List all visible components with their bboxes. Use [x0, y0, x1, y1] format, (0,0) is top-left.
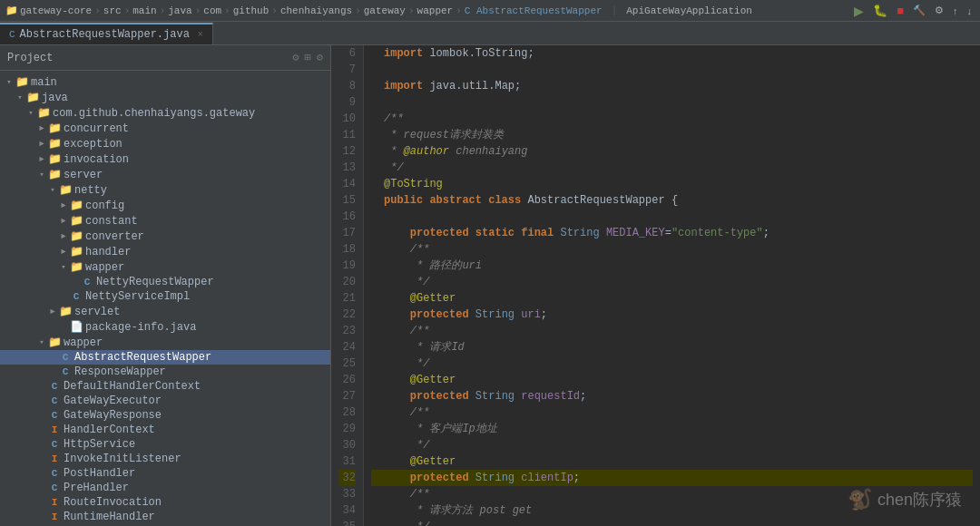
class-icon-post: C [47, 468, 62, 479]
arrow-invocation: ► [36, 155, 47, 164]
file-tab-abstract[interactable]: C AbstractRequestWapper.java × [0, 23, 213, 44]
label-java: java [42, 92, 68, 104]
tree-item-default-handler[interactable]: C DefaultHandlerContext [0, 379, 330, 394]
project-panel: Project ⚙ ⊞ ⚙ ▾ 📁 main ▾ 📁 java [0, 45, 331, 526]
bc-com: com [203, 5, 221, 16]
vcs-button[interactable]: ↑ [950, 5, 961, 17]
bc-src: src [103, 5, 122, 16]
run-controls[interactable]: ▶ 🐛 ■ 🔨 ⚙ ↑ ↓ [851, 3, 975, 19]
project-header-icons[interactable]: ⚙ ⊞ ⚙ [292, 51, 323, 64]
tab-class-icon: C [9, 29, 15, 40]
code-line-7 [371, 62, 973, 78]
stop-button[interactable]: ■ [894, 3, 906, 18]
tree-item-gateway-response[interactable]: C GateWayResponse [0, 408, 330, 423]
tree-item-http-service[interactable]: C HttpService [0, 437, 330, 452]
code-line-19: * 路径的uri [371, 258, 973, 274]
folder-icon-converter: 📁 [69, 229, 83, 243]
code-panel: 6789 10111213 14151617 18192021 22232425… [331, 45, 980, 526]
folder-icon-constant: 📁 [69, 214, 83, 228]
tree-item-abstract-req-wapper[interactable]: C AbstractRequestWapper [0, 350, 330, 365]
tree-item-wapper-gateway[interactable]: ▾ 📁 wapper [0, 335, 330, 350]
arrow-wapper-gw: ▾ [36, 337, 47, 347]
folder-icon-concurrent: 📁 [47, 122, 62, 135]
tree-item-com-github[interactable]: ▾ 📁 com.github.chenhaiyangs.gateway [0, 105, 330, 121]
tree-item-wapper-netty[interactable]: ▾ 📁 wapper [0, 259, 330, 275]
folder-icon-invocation: 📁 [47, 152, 62, 166]
project-title: Project [7, 52, 289, 64]
folder-icon-exception: 📁 [47, 137, 62, 151]
tree-item-post-handler[interactable]: C PostHandler [0, 466, 330, 481]
code-line-16 [371, 209, 973, 225]
package-icon: 📄 [69, 320, 83, 334]
settings2-icon[interactable]: ⚙ [317, 51, 323, 64]
debug-button[interactable]: 🐛 [870, 3, 890, 18]
tree-item-netty[interactable]: ▾ 📁 netty [0, 182, 330, 198]
tree-item-java[interactable]: ▾ 📁 java [0, 90, 330, 105]
class-icon-pre: C [47, 482, 62, 493]
label-runtime-handler: RuntimeHandler [64, 511, 155, 523]
class-icon-response: C [58, 366, 73, 377]
build-button[interactable]: 🔨 [910, 4, 928, 17]
label-main: main [31, 76, 57, 89]
label-netty-service-impl: NettyServiceImpl [85, 290, 190, 303]
tree-item-pre-handler[interactable]: C PreHandler [0, 481, 330, 495]
tree-item-response-wapper[interactable]: C ResponseWapper [0, 365, 330, 379]
code-line-30: */ [371, 437, 973, 453]
tree-item-exception[interactable]: ► 📁 exception [0, 136, 330, 151]
tab-label: AbstractRequestWapper.java [20, 28, 190, 41]
tree-item-netty-service-impl[interactable]: C NettyServiceImpl [0, 289, 330, 304]
bc-wapper: wapper [417, 5, 454, 16]
arrow-java: ▾ [15, 93, 25, 102]
class-icon-netty-svc: C [69, 291, 83, 302]
class-icon-default-handler: C [47, 381, 62, 392]
expand-icon[interactable]: ⊞ [305, 51, 311, 64]
folder-icon-config: 📁 [69, 199, 83, 212]
label-handler-context: HandlerContext [64, 424, 155, 436]
tree-item-config[interactable]: ► 📁 config [0, 198, 330, 213]
folder-icon-servlet: 📁 [58, 305, 73, 318]
bc-class: C AbstractRequestWapper [465, 5, 603, 16]
tree-item-invoke-init[interactable]: I InvokeInitListener [0, 452, 330, 466]
tree-item-gateway-executor[interactable]: C GateWayExecutor [0, 394, 330, 408]
interface-icon-route: I [47, 497, 62, 508]
run-button[interactable]: ▶ [851, 3, 867, 19]
share-button[interactable]: ↓ [965, 5, 975, 17]
tab-close-button[interactable]: × [198, 30, 203, 40]
settings-button[interactable]: ⚙ [932, 4, 946, 17]
label-converter: converter [85, 230, 144, 243]
folder-icon-java: 📁 [25, 91, 40, 104]
tree-item-invocation[interactable]: ► 📁 invocation [0, 151, 330, 167]
code-line-12: * @author chenhaiyang [371, 143, 973, 160]
tree-item-handler-folder[interactable]: ► 📁 handler [0, 244, 330, 259]
tree-item-converter[interactable]: ► 📁 converter [0, 229, 330, 244]
tree-item-route-invocation[interactable]: I RouteInvocation [0, 495, 330, 510]
label-invoke-init: InvokeInitListener [64, 453, 181, 465]
arrow-concurrent: ► [36, 124, 47, 133]
topbar: 📁 gateway-core › src › main › java › com… [0, 0, 980, 22]
tree-item-package-info[interactable]: 📄 package-info.java [0, 319, 330, 335]
bc-github: github [233, 5, 270, 16]
code-line-34: * 请求方法 post get [371, 502, 973, 519]
code-line-21: @Getter [371, 290, 973, 307]
tree-item-handler-context[interactable]: I HandlerContext [0, 423, 330, 437]
tree-item-netty-request-wapper[interactable]: C NettyRequestWapper [0, 275, 330, 289]
label-config: config [85, 200, 124, 212]
tree-item-server[interactable]: ▾ 📁 server [0, 167, 330, 182]
gear-icon[interactable]: ⚙ [292, 51, 299, 64]
code-content: import lombok.ToString; import java.util… [364, 45, 980, 526]
tree-item-main[interactable]: ▾ 📁 main [0, 74, 330, 90]
arrow-wapper-netty: ▾ [58, 262, 69, 272]
bc-gateway: gateway [364, 5, 406, 16]
tree-item-servlet[interactable]: ► 📁 servlet [0, 304, 330, 319]
tree-item-concurrent[interactable]: ► 📁 concurrent [0, 121, 330, 136]
label-gw-executor: GateWayExecutor [64, 394, 162, 407]
code-line-29: * 客户端Ip地址 [371, 421, 973, 437]
label-exception: exception [64, 138, 122, 151]
label-abstract-req-wapper: AbstractRequestWapper [74, 351, 211, 364]
code-editor: 6789 10111213 14151617 18192021 22232425… [331, 45, 980, 526]
code-line-26: @Getter [371, 372, 973, 388]
label-wapper-gw: wapper [64, 336, 103, 349]
code-line-35: */ [371, 519, 973, 526]
tree-item-constant[interactable]: ► 📁 constant [0, 213, 330, 229]
tree-item-runtime-handler[interactable]: I RuntimeHandler [0, 510, 330, 524]
